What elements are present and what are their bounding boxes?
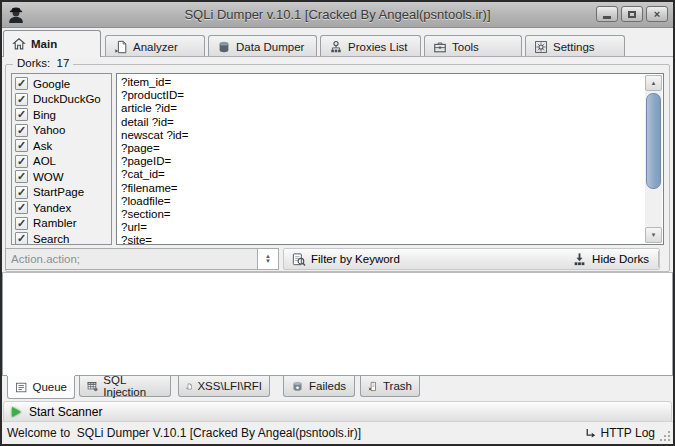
filter-button-label: Filter by Keyword <box>311 253 400 265</box>
tab-queue[interactable]: Queue <box>7 376 75 399</box>
main-tabstrip: Main Analyzer Data Dumper Proxies List T… <box>2 30 673 57</box>
engine-label: StartPage <box>33 186 84 198</box>
tab-faileds[interactable]: Faileds <box>283 376 355 397</box>
engine-row-yahoo[interactable]: ✓Yahoo <box>15 123 111 139</box>
tab-label: Faileds <box>309 380 346 392</box>
checkbox-checked-icon[interactable]: ✓ <box>15 155 28 168</box>
checkbox-checked-icon[interactable]: ✓ <box>15 186 28 199</box>
table-grid-icon <box>87 380 98 393</box>
resize-grip[interactable] <box>668 439 670 441</box>
window-title: SQLi Dumper v.10.1 [Cracked By Angeal(ps… <box>2 7 673 22</box>
filter-by-keyword-button[interactable]: Filter by Keyword <box>284 249 407 269</box>
checkbox-checked-icon[interactable]: ✓ <box>15 201 28 214</box>
engine-label: Ask <box>33 140 52 152</box>
checkbox-checked-icon[interactable]: ✓ <box>15 232 28 245</box>
scanner-toolbar: Start Scanner <box>3 401 672 423</box>
dorks-textarea[interactable]: ?item_id= ?productID= article ?id= detai… <box>116 73 664 245</box>
checkbox-checked-icon[interactable]: ✓ <box>15 170 28 183</box>
engine-label: AOL <box>33 155 56 167</box>
hide-dorks-button[interactable]: Hide Dorks <box>565 249 656 269</box>
scrollbar-thumb[interactable] <box>646 93 661 189</box>
checkbox-checked-icon[interactable]: ✓ <box>15 77 28 90</box>
filter-search-icon <box>291 252 306 267</box>
database-icon <box>217 40 231 54</box>
app-window: SQLi Dumper v.10.1 [Cracked By Angeal(ps… <box>0 0 675 446</box>
tab-xss-lfi-rfi[interactable]: XSS\LFI\RFI <box>178 376 270 397</box>
tab-label: SQL Injection <box>103 374 163 398</box>
tab-label: Trash <box>383 380 412 392</box>
dorks-entries-text: ?item_id= ?productID= article ?id= detai… <box>121 76 643 244</box>
engine-row-ask[interactable]: ✓Ask <box>15 138 111 154</box>
queue-list-icon <box>15 381 27 394</box>
http-log-arrow-icon <box>584 427 597 440</box>
tab-tools[interactable]: Tools <box>424 35 522 57</box>
dorks-group-label: Dorks: 17 <box>13 57 73 69</box>
maximize-icon <box>628 11 636 18</box>
engine-label: Yandex <box>33 202 71 214</box>
tab-main[interactable]: Main <box>3 30 101 57</box>
search-engine-checklist[interactable]: ✓Google ✓DuckDuckGo ✓Bing ✓Yahoo ✓Ask ✓A… <box>11 73 112 245</box>
engine-label: Rambler <box>33 217 76 229</box>
url-results-list[interactable] <box>2 272 673 376</box>
tab-trash[interactable]: Trash <box>360 376 420 397</box>
toolbar-separator <box>658 251 659 267</box>
tab-proxies-list[interactable]: Proxies List <box>320 35 421 57</box>
statusbar: Welcome to SQLi Dumper V.10.1 [Cracked B… <box>2 421 673 444</box>
minimize-icon <box>603 16 611 19</box>
tab-data-dumper[interactable]: Data Dumper <box>208 35 317 57</box>
database-question-icon <box>291 380 304 393</box>
maximize-button[interactable] <box>621 6 643 22</box>
scroll-down-icon[interactable]: ▼ <box>645 227 662 243</box>
engine-row-google[interactable]: ✓Google <box>15 76 111 92</box>
minimize-button[interactable] <box>596 6 618 22</box>
checkbox-checked-icon[interactable]: ✓ <box>15 124 28 137</box>
close-button[interactable]: × <box>646 6 668 22</box>
dorks-scrollbar[interactable]: ▲ ▼ <box>645 75 662 243</box>
titlebar[interactable]: SQLi Dumper v.10.1 [Cracked By Angeal(ps… <box>2 2 673 28</box>
spinner-down-icon[interactable]: ▼ <box>265 259 271 264</box>
tab-analyzer[interactable]: Analyzer <box>105 35 205 57</box>
tab-label: XSS\LFI\RFI <box>197 380 262 392</box>
action-keyword-input[interactable] <box>5 248 258 270</box>
home-icon <box>12 37 26 51</box>
page-arrow-icon <box>114 40 128 54</box>
keyword-spinner[interactable]: ▲ ▼ <box>258 248 279 270</box>
engine-row-wow[interactable]: ✓WOW <box>15 169 111 185</box>
results-tabstrip: Queue SQL Injection XSS\LFI\RFI Faileds … <box>2 376 673 400</box>
status-welcome-text: Welcome to SQLi Dumper V.10.1 [Cracked B… <box>2 426 361 440</box>
gear-icon <box>534 40 548 54</box>
engine-row-bing[interactable]: ✓Bing <box>15 107 111 123</box>
checkbox-checked-icon[interactable]: ✓ <box>15 217 28 230</box>
dorks-groupbox: Dorks: 17 ✓Google ✓DuckDuckGo ✓Bing ✓Yah… <box>5 64 670 272</box>
tab-settings[interactable]: Settings <box>525 35 625 57</box>
engine-label: Search <box>33 233 69 245</box>
engine-row-rambler[interactable]: ✓Rambler <box>15 216 111 232</box>
engine-label: Bing <box>33 109 56 121</box>
http-log-button[interactable]: HTTP Log <box>584 426 673 440</box>
tab-sql-injection[interactable]: SQL Injection <box>79 376 171 397</box>
http-log-label: HTTP Log <box>601 426 655 440</box>
engine-row-duckduckgo[interactable]: ✓DuckDuckGo <box>15 92 111 108</box>
checkbox-checked-icon[interactable]: ✓ <box>15 139 28 152</box>
tab-label: Queue <box>32 381 67 393</box>
engine-row-search[interactable]: ✓Search <box>15 231 111 245</box>
close-icon: × <box>654 9 660 20</box>
engine-label: DuckDuckGo <box>33 93 101 105</box>
page-arrow-icon <box>186 380 192 393</box>
start-scanner-button[interactable]: Start Scanner <box>29 405 102 419</box>
trash-page-icon <box>368 380 378 393</box>
engine-label: Google <box>33 78 70 90</box>
checkbox-checked-icon[interactable]: ✓ <box>15 108 28 121</box>
tab-label: Analyzer <box>133 41 178 53</box>
engine-row-yandex[interactable]: ✓Yandex <box>15 200 111 216</box>
scroll-up-icon[interactable]: ▲ <box>645 75 662 91</box>
filter-toolbar: Filter by Keyword Hide Dorks <box>283 248 660 270</box>
tab-label: Main <box>31 38 57 50</box>
network-icon <box>329 40 343 54</box>
tab-label: Data Dumper <box>236 41 304 53</box>
engine-row-aol[interactable]: ✓AOL <box>15 154 111 170</box>
checkbox-checked-icon[interactable]: ✓ <box>15 93 28 106</box>
hide-dorks-label: Hide Dorks <box>592 253 649 265</box>
engine-label: WOW <box>33 171 64 183</box>
engine-row-startpage[interactable]: ✓StartPage <box>15 185 111 201</box>
